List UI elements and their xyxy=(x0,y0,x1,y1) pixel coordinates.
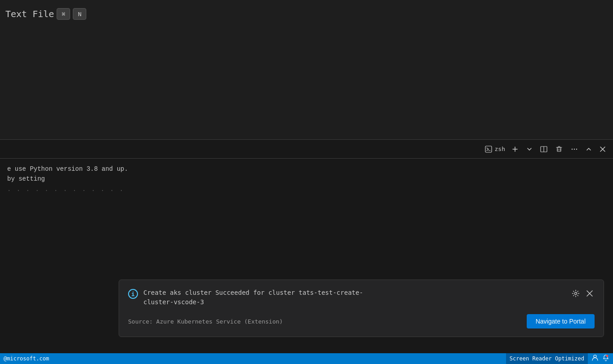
status-email: @microsoft.com xyxy=(0,353,53,364)
add-terminal-button[interactable] xyxy=(510,144,520,155)
terminal-line-3: by setting xyxy=(7,174,606,184)
account-icon[interactable] xyxy=(591,354,599,363)
screen-reader-status: Screen Reader Optimized xyxy=(506,353,588,364)
info-icon: i xyxy=(128,289,138,299)
terminal-tab-label: zsh xyxy=(495,146,505,152)
notification-popup: i Create aks cluster Succeeded for clust… xyxy=(119,280,604,337)
navigate-to-portal-button[interactable]: Navigate to Portal xyxy=(527,314,595,328)
status-right: Screen Reader Optimized xyxy=(506,353,609,364)
terminal-content: e use Python version 3.8 and up. by sett… xyxy=(0,159,613,200)
delete-terminal-button[interactable] xyxy=(554,144,564,155)
collapse-panel-button[interactable] xyxy=(584,145,593,154)
notification-title-line1: Create aks cluster Succeeded for cluster… xyxy=(143,288,565,297)
terminal-tab[interactable]: zsh xyxy=(485,146,505,153)
terminal-line-1: e use Python version 3.8 and up. xyxy=(7,164,606,174)
svg-point-16 xyxy=(575,293,577,295)
svg-rect-7 xyxy=(557,147,561,151)
top-area: Text File ⌘ N xyxy=(0,0,613,139)
svg-point-19 xyxy=(594,355,596,358)
notification-footer: Source: Azure Kubernetes Service (Extens… xyxy=(128,314,595,328)
svg-point-13 xyxy=(576,148,577,149)
kbd-cmd: ⌘ xyxy=(57,8,70,20)
svg-point-12 xyxy=(574,148,575,149)
notification-source: Source: Azure Kubernetes Service (Extens… xyxy=(128,318,283,325)
notifications-icon[interactable] xyxy=(602,354,609,363)
notification-header: i Create aks cluster Succeeded for clust… xyxy=(128,288,595,307)
terminal-toolbar: zsh xyxy=(0,140,613,159)
menu-bar: Text File ⌘ N xyxy=(0,4,613,23)
terminal-dotted-line: . . . . . . . . . . . . . xyxy=(7,184,606,194)
kbd-n: N xyxy=(73,8,86,20)
svg-point-11 xyxy=(572,148,573,149)
notification-close-button[interactable] xyxy=(585,289,595,298)
more-options-button[interactable] xyxy=(569,144,580,155)
close-panel-button[interactable] xyxy=(598,144,608,154)
status-bar: @microsoft.com Screen Reader Optimized xyxy=(0,353,613,364)
notification-header-actions xyxy=(570,288,595,299)
terminal-section: zsh xyxy=(0,139,613,364)
notification-title-line2: cluster-vscode-3 xyxy=(143,297,565,307)
terminal-dropdown-button[interactable] xyxy=(525,145,534,154)
terminal-icon xyxy=(485,146,492,153)
notification-text: Create aks cluster Succeeded for cluster… xyxy=(143,288,565,307)
notification-gear-button[interactable] xyxy=(570,288,581,299)
split-terminal-button[interactable] xyxy=(538,144,549,155)
text-file-label: Text File xyxy=(5,9,54,19)
svg-point-20 xyxy=(606,355,609,357)
